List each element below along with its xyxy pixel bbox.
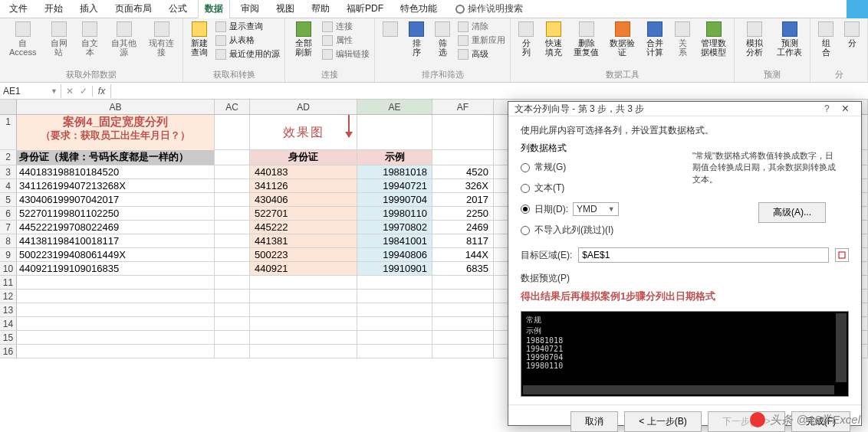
cell[interactable] — [432, 276, 494, 289]
cell[interactable] — [215, 262, 250, 275]
sort-button[interactable]: 排序 — [406, 20, 427, 58]
show-queries-button[interactable]: 显示查询 — [215, 20, 280, 33]
row-header[interactable]: 10 — [0, 262, 17, 275]
cell[interactable]: 326X — [432, 179, 494, 192]
row-header[interactable]: 2 — [0, 150, 17, 165]
cell[interactable]: 示例 — [357, 150, 432, 165]
cell[interactable]: 144X — [432, 248, 494, 261]
cell[interactable] — [432, 317, 494, 330]
row-header[interactable]: 7 — [0, 221, 17, 234]
sort-az-button[interactable] — [380, 20, 401, 38]
cell[interactable] — [215, 234, 250, 247]
cell[interactable] — [357, 115, 432, 149]
cell[interactable]: 身份证（规律：号码长度都是一样的） — [17, 150, 215, 165]
from-text-button[interactable]: 自文本 — [77, 20, 103, 58]
connections-button[interactable]: 连接 — [322, 20, 370, 33]
cell[interactable] — [357, 317, 432, 330]
row-header[interactable]: 14 — [0, 317, 17, 330]
fx-button[interactable]: fx — [93, 84, 111, 98]
cell[interactable]: 19940721 — [357, 179, 432, 192]
edit-links-button[interactable]: 编辑链接 — [322, 47, 370, 61]
cell[interactable] — [215, 221, 250, 234]
tab-formulas[interactable]: 公式 — [163, 0, 193, 18]
cell[interactable] — [432, 345, 494, 358]
cancel-button[interactable]: 取消 — [570, 411, 618, 432]
cell[interactable] — [357, 345, 432, 358]
cell[interactable] — [432, 115, 494, 149]
refresh-all-button[interactable]: 全部刷新 — [290, 20, 317, 58]
cell[interactable]: 500223 — [250, 248, 357, 261]
cell[interactable] — [215, 331, 250, 344]
tell-me[interactable]: 操作说明搜索 — [455, 2, 523, 15]
reapply-button[interactable]: 重新应用 — [458, 34, 505, 47]
cell[interactable] — [357, 276, 432, 289]
cell[interactable] — [357, 331, 432, 344]
row-header[interactable]: 9 — [0, 248, 17, 261]
tab-special[interactable]: 特色功能 — [394, 0, 443, 18]
data-model-button[interactable]: 管理数 据模型 — [698, 20, 729, 58]
cell[interactable] — [215, 317, 250, 330]
cell[interactable] — [250, 331, 357, 344]
cell[interactable] — [215, 115, 250, 149]
tab-help[interactable]: 帮助 — [305, 0, 336, 18]
cell[interactable] — [17, 290, 215, 303]
consolidate-button[interactable]: 合并计算 — [643, 20, 667, 58]
tab-data[interactable]: 数据 — [198, 0, 230, 18]
cell[interactable]: 440183198810184520 — [17, 165, 215, 178]
data-preview[interactable]: 常规 示例 19881018 19940721 19990704 1998011… — [521, 311, 849, 397]
cell[interactable]: 19990704 — [357, 193, 432, 206]
cell[interactable]: 8117 — [432, 234, 494, 247]
cell[interactable] — [250, 317, 357, 330]
row-header[interactable]: 5 — [0, 193, 17, 206]
cell[interactable] — [17, 303, 215, 316]
cell[interactable] — [215, 276, 250, 289]
advanced-button[interactable]: 高级(A)... — [758, 202, 826, 223]
cell[interactable]: 500223199408061449X — [17, 248, 215, 261]
cell[interactable]: 430406199907042017 — [17, 193, 215, 206]
row-header[interactable]: 4 — [0, 179, 17, 192]
cell[interactable] — [250, 303, 357, 316]
cell[interactable] — [17, 345, 215, 358]
text-to-columns-button[interactable]: 分列 — [515, 20, 537, 58]
cell[interactable]: 19970802 — [357, 221, 432, 234]
destination-input[interactable] — [578, 247, 829, 263]
cell[interactable]: 19910901 — [357, 262, 432, 275]
what-if-button[interactable]: 模拟分析 — [739, 20, 769, 58]
tab-file[interactable]: 文件 — [3, 0, 34, 18]
from-web-button[interactable]: 自网站 — [46, 20, 72, 58]
tab-insert[interactable]: 插入 — [74, 0, 104, 18]
close-button[interactable]: × — [836, 102, 855, 116]
cell[interactable]: 4520 — [432, 165, 494, 178]
cell[interactable] — [215, 207, 250, 220]
cell[interactable]: 341126 — [250, 179, 357, 192]
cell[interactable]: 445222 — [250, 221, 357, 234]
cell[interactable]: 440921 — [250, 262, 357, 275]
cell[interactable] — [250, 290, 357, 303]
cell[interactable]: 6835 — [432, 262, 494, 275]
cell[interactable] — [432, 150, 494, 165]
cell[interactable]: 19841001 — [357, 234, 432, 247]
col-header[interactable]: AE — [357, 100, 432, 114]
cell[interactable]: 效果图 — [250, 115, 357, 150]
select-all-corner[interactable] — [0, 100, 17, 114]
col-header[interactable]: AF — [432, 100, 494, 114]
cell[interactable] — [250, 276, 357, 289]
col-header[interactable]: AB — [17, 100, 215, 114]
cell[interactable] — [432, 303, 494, 316]
enter-formula-icon[interactable]: ✓ — [78, 86, 89, 97]
clear-filter-button[interactable]: 清除 — [458, 20, 505, 33]
row-header[interactable]: 8 — [0, 234, 17, 247]
cell[interactable]: 身份证 — [250, 150, 357, 165]
cell[interactable] — [357, 290, 432, 303]
cell[interactable] — [17, 276, 215, 289]
cell[interactable] — [215, 150, 250, 165]
cell[interactable]: 522701 — [250, 207, 357, 220]
cell[interactable] — [215, 179, 250, 192]
cell[interactable]: 19881018 — [357, 165, 432, 178]
back-button[interactable]: < 上一步(B) — [624, 411, 701, 432]
cell[interactable]: 441381 — [250, 234, 357, 247]
tab-review[interactable]: 审阅 — [235, 0, 265, 18]
preview-hscrollbar[interactable] — [523, 385, 834, 394]
cell[interactable]: 440921199109016835 — [17, 262, 215, 275]
col-header[interactable]: AC — [215, 100, 250, 114]
